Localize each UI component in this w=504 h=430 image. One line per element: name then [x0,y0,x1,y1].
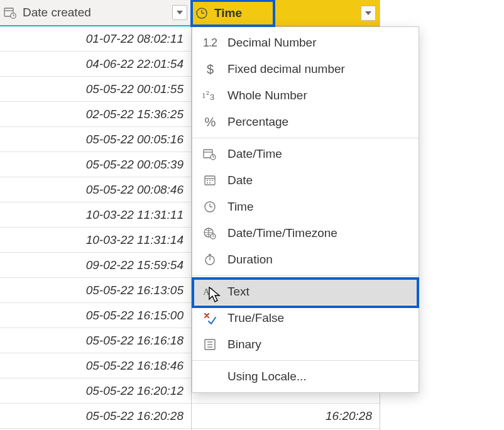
menu-item-label: Date/Time/Timezone [227,226,337,240]
table-cell[interactable]: 02-05-22 15:36:25 [0,102,191,127]
svg-text:3: 3 [210,92,214,102]
table-cell[interactable]: 05-05-22 16:16:18 [0,328,191,353]
table-cell[interactable]: 01-07-22 08:02:11 [0,26,191,52]
menu-item-date[interactable]: Date [192,167,419,194]
table-cell[interactable]: 05-05-22 00:01:55 [0,77,191,102]
menu-item-datetime[interactable]: Date/Time [192,141,419,167]
menu-item-whole-number[interactable]: 123 Whole Number [192,82,419,109]
table-cell[interactable]: 10-03-22 11:31:14 [0,228,191,253]
table-cell[interactable]: 05-05-22 00:05:39 [0,152,191,177]
menu-item-using-locale[interactable]: Using Locale... [192,363,419,390]
column-header-label: Time [214,6,361,20]
menu-item-label: Percentage [227,115,288,129]
column-header-time[interactable]: Time [192,0,380,26]
menu-item-fixed-decimal[interactable]: $ Fixed decimal number [192,56,419,82]
table-cell[interactable]: 05-05-22 16:20:12 [0,378,191,404]
menu-item-true-false[interactable]: True/False [192,305,419,331]
dollar-icon: $ [201,62,219,77]
menu-separator [192,360,419,361]
blank-icon [201,369,219,384]
stopwatch-icon [201,252,219,267]
whole-number-icon: 123 [201,88,219,103]
binary-icon [201,337,219,352]
text-icon: ABC [201,284,219,299]
table-cell[interactable]: 05-05-22 16:15:00 [0,303,191,328]
menu-item-label: Binary [227,338,261,351]
globe-clock-icon [201,226,219,241]
menu-item-label: True/False [227,311,284,325]
menu-separator [192,138,419,138]
menu-item-text[interactable]: ABC Text [192,278,419,305]
svg-text:C: C [211,292,215,298]
table-cell[interactable]: 05-05-22 00:08:46 [0,177,191,202]
menu-item-label: Date/Time [227,147,282,161]
table-cell[interactable]: 05-05-22 00:05:16 [0,127,191,152]
menu-item-label: Text [227,285,249,299]
column-date-created: Date created 01-07-22 08:02:11 04-06-22 … [0,0,192,430]
table-cell[interactable]: 04-06-22 22:01:54 [0,52,191,77]
menu-separator [192,275,419,276]
svg-text:1: 1 [202,91,206,100]
column-header-date-created[interactable]: Date created [0,0,191,26]
table-cell[interactable]: 05-05-22 16:20:28 [0,404,191,429]
menu-item-label: Whole Number [227,89,307,102]
menu-item-label: Time [227,200,254,214]
svg-text:2: 2 [206,90,209,96]
decimal-icon: 1.2 [201,35,219,50]
menu-item-label: Using Locale... [227,370,307,383]
menu-item-label: Decimal Number [227,36,316,50]
true-false-icon [201,311,219,326]
column-header-label: Date created [23,6,172,19]
menu-item-label: Date [227,174,253,187]
menu-item-time[interactable]: Time [192,194,419,220]
menu-item-binary[interactable]: Binary [192,331,419,358]
menu-item-datetime-timezone[interactable]: Date/Time/Timezone [192,220,419,246]
datetime-icon [201,146,219,162]
date-icon [201,173,219,188]
column-filter-button[interactable] [172,5,187,20]
table-cell[interactable]: 10-03-22 11:31:11 [0,202,191,228]
table-cell[interactable]: 05-05-22 16:18:46 [0,353,191,378]
menu-item-label: Fixed decimal number [227,62,345,76]
clock-icon [195,7,208,19]
table-cell[interactable]: 05-05-22 16:13:05 [0,278,191,303]
clock-icon [201,199,219,214]
table-cell[interactable]: 16:20:28 [192,404,380,429]
menu-item-decimal[interactable]: 1.2 Decimal Number [192,30,419,56]
menu-item-percentage[interactable]: % Percentage [192,109,419,135]
menu-item-label: Duration [227,253,273,267]
datatype-menu: 1.2 Decimal Number $ Fixed decimal numbe… [192,26,419,393]
column-filter-button[interactable] [361,6,376,21]
datetime-icon [4,6,16,19]
table-cell[interactable]: 09-02-22 15:59:54 [0,253,191,278]
percent-icon: % [201,114,219,130]
menu-item-duration[interactable]: Duration [192,246,419,273]
